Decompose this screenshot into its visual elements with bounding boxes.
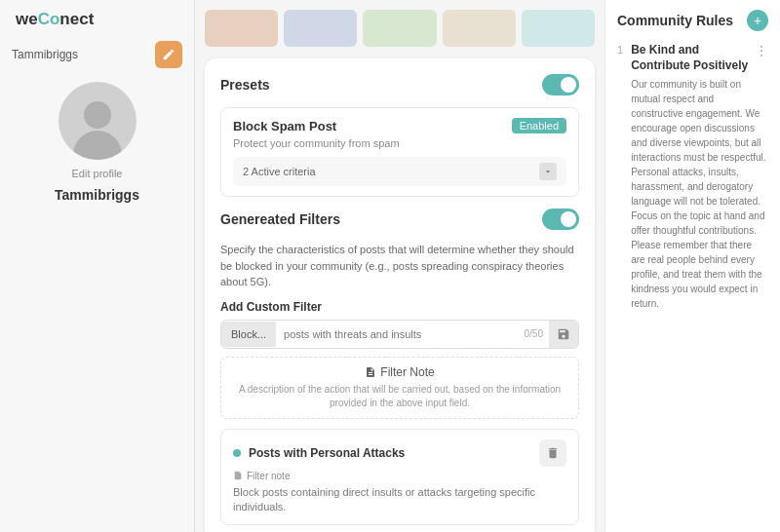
personal-attacks-desc: Block posts containing direct insults or… bbox=[233, 485, 566, 515]
rule-number: 1 bbox=[617, 44, 623, 311]
spam-block-box: Block Spam Post Enabled Protect your com… bbox=[220, 107, 579, 197]
rule-title: Be Kind and Contribute Positively bbox=[631, 43, 755, 73]
delete-filter-button[interactable] bbox=[539, 439, 566, 467]
rule-content: Be Kind and Contribute Positively ⋮ Our … bbox=[631, 43, 768, 311]
spam-block-desc: Protect your community from spam bbox=[233, 137, 566, 149]
filter-note-box: Filter Note A description of the action … bbox=[220, 357, 579, 419]
filter-text-input[interactable] bbox=[276, 322, 518, 347]
presets-title: Presets bbox=[220, 77, 270, 93]
save-icon bbox=[557, 327, 570, 341]
active-criteria-label: 2 Active criteria bbox=[243, 166, 316, 177]
generated-filters-section: Genereated Filters Specify the character… bbox=[220, 209, 579, 525]
generated-filters-desc: Specify the characteristics of posts tha… bbox=[220, 242, 579, 290]
spam-block-title: Block Spam Post bbox=[233, 119, 336, 133]
generated-filters-toggle[interactable] bbox=[542, 209, 579, 230]
filter-input-row: Block... 0/50 bbox=[220, 320, 579, 349]
trash-icon bbox=[546, 446, 560, 460]
rule-text: Our community is built on mutual respect… bbox=[631, 77, 768, 311]
note-small-icon bbox=[233, 471, 243, 480]
filter-note-desc: A description of the action that will be… bbox=[233, 383, 566, 410]
filter-char-count: 0/50 bbox=[519, 328, 549, 339]
filter-note-small-label: Filter note bbox=[247, 471, 290, 481]
custom-filter-label: Add Custom Filter bbox=[220, 300, 579, 314]
username-small: Tammibriggs bbox=[12, 48, 78, 61]
avatar bbox=[58, 82, 136, 160]
rule-menu-icon[interactable]: ⋮ bbox=[755, 43, 768, 58]
username-large: Tammibriggs bbox=[55, 187, 139, 203]
active-indicator bbox=[233, 449, 241, 457]
enabled-badge: Enabled bbox=[512, 118, 566, 133]
pencil-icon bbox=[162, 48, 176, 61]
criteria-chevron-icon bbox=[539, 163, 557, 180]
main-content: Presets Block Spam Post Enabled Protect … bbox=[195, 0, 604, 532]
presets-header: Presets bbox=[220, 74, 579, 95]
generated-filters-title: Genereated Filters bbox=[220, 211, 340, 227]
community-rules-panel: Community Rules + 1 Be Kind and Contribu… bbox=[604, 0, 780, 532]
personal-attacks-title: Posts with Personal Attacks bbox=[249, 446, 405, 460]
personal-attacks-filter: Posts with Personal Attacks Filter note … bbox=[220, 429, 579, 526]
active-criteria-row[interactable]: 2 Active criteria bbox=[233, 157, 566, 186]
filter-note-small: Filter note bbox=[233, 471, 566, 481]
user-section: Tammibriggs Edit profile Tammibriggs bbox=[0, 41, 194, 203]
presets-toggle[interactable] bbox=[542, 74, 579, 95]
edit-profile-icon-btn[interactable] bbox=[155, 41, 182, 68]
filters-card: Presets Block Spam Post Enabled Protect … bbox=[205, 58, 595, 532]
edit-profile-button[interactable]: Edit profile bbox=[72, 168, 123, 179]
rule-item: 1 Be Kind and Contribute Positively ⋮ Ou… bbox=[617, 43, 768, 311]
filter-save-button[interactable] bbox=[549, 321, 578, 348]
community-rules-title: Community Rules bbox=[617, 13, 733, 28]
image-strip bbox=[205, 10, 595, 49]
filter-note-title-text: Filter Note bbox=[380, 365, 434, 379]
add-rule-button[interactable]: + bbox=[747, 10, 768, 31]
app-logo: weConect bbox=[0, 10, 94, 29]
sidebar: weConect Tammibriggs Edit profile Tammib… bbox=[0, 0, 195, 532]
filter-type-button[interactable]: Block... bbox=[221, 322, 276, 347]
filter-note-icon bbox=[365, 366, 376, 378]
